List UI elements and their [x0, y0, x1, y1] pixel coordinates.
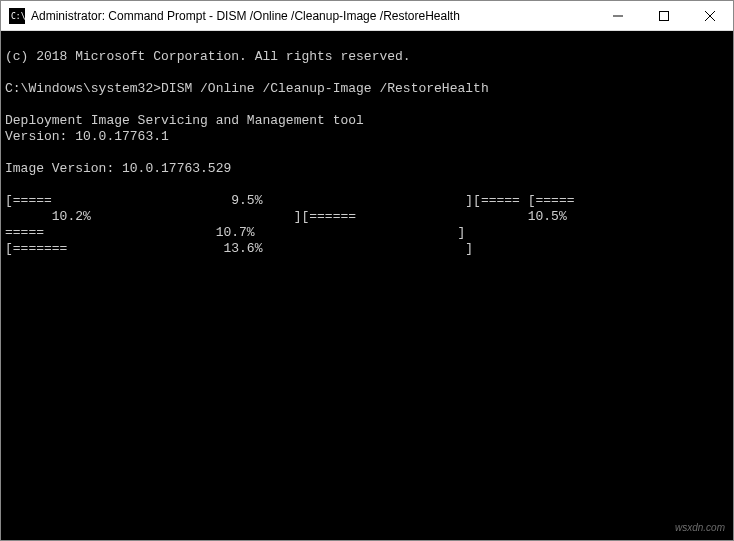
terminal-output[interactable]: (c) 2018 Microsoft Corporation. All righ…: [1, 31, 733, 540]
svg-text:C:\: C:\: [11, 12, 25, 21]
maximize-icon: [659, 11, 669, 21]
terminal-line: ===== 10.7% ]: [5, 225, 465, 240]
close-icon: [705, 11, 715, 21]
minimize-button[interactable]: [595, 1, 641, 30]
close-button[interactable]: [687, 1, 733, 30]
terminal-line: C:\Windows\system32>DISM /Online /Cleanu…: [5, 81, 489, 96]
svg-rect-3: [660, 11, 669, 20]
window-title: Administrator: Command Prompt - DISM /On…: [31, 9, 595, 23]
terminal-line: Image Version: 10.0.17763.529: [5, 161, 231, 176]
terminal-line: Deployment Image Servicing and Managemen…: [5, 113, 364, 128]
cmd-icon: C:\: [9, 8, 25, 24]
titlebar: C:\ Administrator: Command Prompt - DISM…: [1, 1, 733, 31]
window-controls: [595, 1, 733, 30]
maximize-button[interactable]: [641, 1, 687, 30]
terminal-line: (c) 2018 Microsoft Corporation. All righ…: [5, 49, 411, 64]
terminal-line: 10.2% ][====== 10.5% [=: [5, 209, 733, 224]
terminal-line: [======= 13.6% ]: [5, 241, 473, 256]
terminal-line: [===== 9.5% ][===== [=====: [5, 193, 575, 208]
terminal-line: Version: 10.0.17763.1: [5, 129, 169, 144]
watermark: wsxdn.com: [675, 520, 725, 536]
minimize-icon: [613, 11, 623, 21]
